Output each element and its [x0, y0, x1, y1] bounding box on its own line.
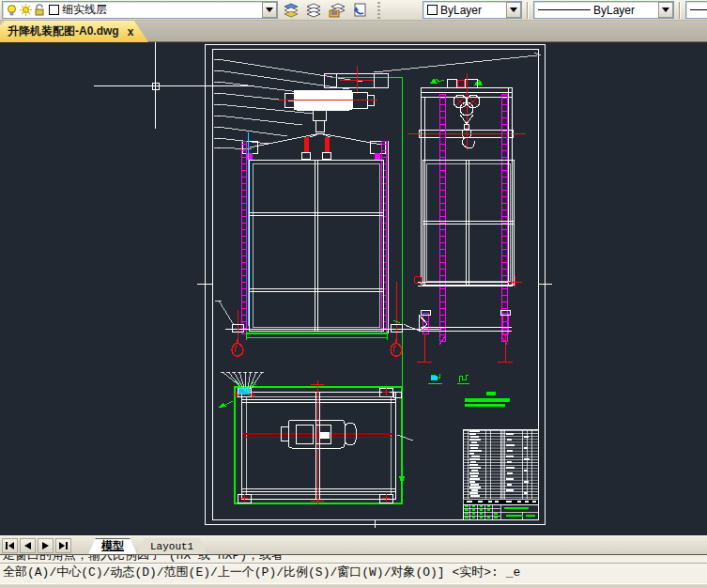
command-input-line[interactable]: 全部(A)/中心(C)/动态(D)/范围(E)/上一个(P)/比例(S)/窗口(…: [0, 565, 707, 580]
status-strip: [0, 583, 707, 588]
layer-control[interactable]: 细实线层: [2, 1, 278, 19]
lineweight-control[interactable]: [685, 1, 707, 19]
first-tab-button[interactable]: [2, 538, 18, 553]
assembly-drawing: [0, 42, 707, 535]
next-tab-icon: [42, 542, 49, 549]
side-rails: [439, 94, 507, 345]
linetype-dropdown-button[interactable]: [658, 2, 673, 18]
highlight-node: [238, 387, 250, 395]
weld-symbols: [428, 374, 510, 407]
parts-list-table: [463, 429, 538, 519]
layer-name: 细实线层: [59, 2, 107, 18]
trolley: [430, 78, 483, 87]
color-control[interactable]: ByLayer: [423, 1, 522, 19]
layout-tab-bar: 模型 Layout1: [0, 535, 707, 554]
next-tab-button[interactable]: [38, 538, 54, 553]
layer-color-swatch[interactable]: [49, 5, 59, 15]
scale-bars: [465, 392, 510, 407]
crosshair-cursor: [94, 42, 254, 129]
bulb-icon[interactable]: [6, 4, 18, 16]
chevron-down-icon: [510, 8, 517, 12]
dimension-lines: [330, 77, 405, 486]
layer-states-button[interactable]: [327, 1, 346, 20]
chevron-down-icon: [662, 8, 669, 12]
cage-front: [249, 160, 383, 331]
tab-layout1[interactable]: Layout1: [137, 538, 207, 555]
layers-plain-icon: [306, 3, 322, 18]
hoist-assembly: [278, 66, 388, 132]
layers-dialog-icon: [329, 3, 346, 18]
lock-icon[interactable]: [34, 4, 45, 16]
color-dropdown-button[interactable]: [506, 2, 521, 18]
prev-tab-icon: [24, 542, 31, 549]
side-view: [407, 73, 526, 362]
prev-tab-button[interactable]: [20, 538, 36, 553]
sun-icon[interactable]: [20, 4, 32, 16]
toolbar-separator: [527, 2, 529, 19]
layer-properties-button[interactable]: [282, 1, 301, 20]
document-title: 升降机装配图-A0.dwg: [0, 23, 119, 39]
autocad-window: 细实线层: [0, 0, 707, 588]
color-value: ByLayer: [438, 4, 482, 17]
make-object-layer-current-button[interactable]: [304, 1, 324, 20]
linetype-value: ByLayer: [591, 4, 635, 17]
color-swatch: [427, 5, 438, 15]
layer-dropdown-button[interactable]: [262, 2, 277, 18]
linetype-control[interactable]: ByLayer: [533, 1, 674, 19]
toolbar-grip[interactable]: [376, 2, 382, 19]
toolbar-separator: [679, 2, 681, 19]
document-tab-bar: 升降机装配图-A0.dwg x: [0, 21, 707, 42]
command-history-line: 定窗口的角点，输入比例因子 (nX 或 nXP)，或者: [0, 554, 707, 563]
document-tab[interactable]: 升降机装配图-A0.dwg x: [0, 21, 152, 42]
command-window[interactable]: 定窗口的角点，输入比例因子 (nX 或 nXP)，或者 全部(A)/中心(C)/…: [0, 554, 707, 583]
linetype-sample: [538, 9, 591, 10]
close-icon[interactable]: x: [128, 25, 134, 39]
layers-stack-icon: [284, 3, 300, 18]
layers-properties-toolbar: 细实线层: [0, 0, 707, 21]
lower-bracket: [419, 310, 512, 333]
last-tab-icon: [59, 542, 68, 549]
drawing-canvas[interactable]: [0, 42, 707, 535]
anchor-rods: [417, 333, 513, 362]
title-block: [463, 504, 538, 519]
hanger-rods: [301, 137, 330, 159]
last-tab-button[interactable]: [55, 538, 71, 553]
base-frame: [246, 331, 387, 340]
plan-view: [219, 372, 413, 504]
first-tab-icon: [6, 542, 14, 549]
cage-side: [423, 160, 514, 285]
chevron-down-icon: [266, 8, 273, 12]
layer-previous-icon: [352, 3, 367, 18]
lineweight-sample: [690, 9, 707, 10]
front-view: [214, 53, 541, 486]
leader-lines: [214, 53, 541, 332]
tab-model[interactable]: 模型: [88, 538, 137, 555]
layer-previous-button[interactable]: [349, 1, 369, 20]
sling-cables: [250, 133, 381, 147]
